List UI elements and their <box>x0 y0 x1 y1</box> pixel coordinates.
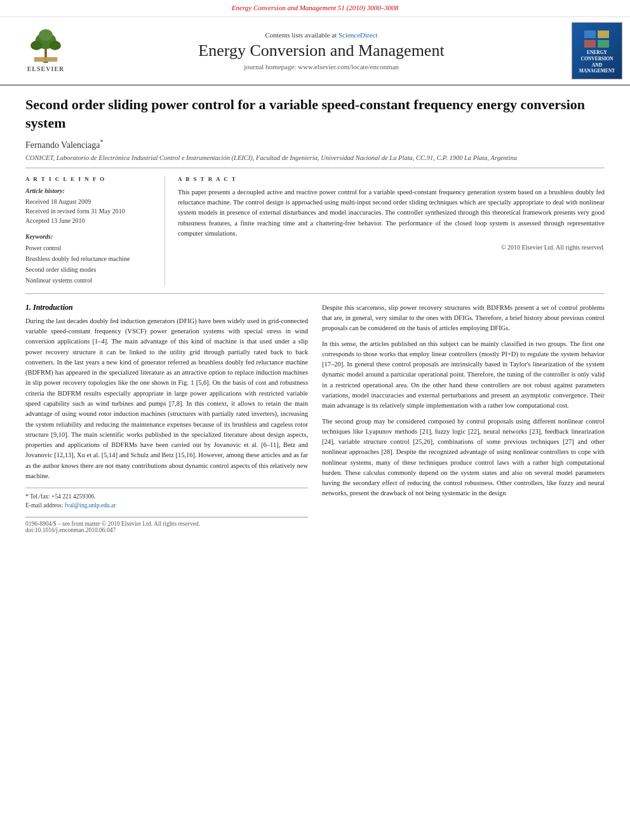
energy-conversion-logo: ENERGYConversionandManagement <box>572 22 622 79</box>
footnote-tel: * Tel./fax: +54 221 4259306. <box>25 492 308 501</box>
elsevier-logo: ELSEVIER <box>20 29 71 72</box>
energy-logo-icon <box>581 27 613 50</box>
footer-doi: doi:10.1016/j.enconman.2010.06.047 <box>25 527 308 533</box>
svg-rect-10 <box>598 30 609 38</box>
journal-reference: Energy Conversion and Management 51 (201… <box>0 4 630 11</box>
article-info-col: A R T I C L E I N F O Article history: R… <box>25 176 165 286</box>
svg-rect-9 <box>584 30 596 38</box>
keyword-3: Second order sliding modes <box>25 264 154 275</box>
footer-bar: 0196-8904/$ – see front matter © 2010 El… <box>25 517 308 533</box>
article-title: Second order sliding power control for a… <box>25 96 605 132</box>
abstract-col: A B S T R A C T This paper presents a de… <box>178 176 605 286</box>
section1-para2: Despite this scarceness, slip power reco… <box>322 303 605 334</box>
footnote-area: * Tel./fax: +54 221 4259306. E-mail addr… <box>25 488 308 510</box>
section1-para1: During the last decades doubly fed induc… <box>25 316 308 481</box>
elsevier-label: ELSEVIER <box>27 65 65 72</box>
section1-para4: The second group may be considered compo… <box>322 417 605 499</box>
keyword-4: Nonlinear systems control <box>25 275 154 286</box>
body-left-col: 1. Introduction During the last decades … <box>25 303 308 533</box>
sciencedirect-anchor[interactable]: ScienceDirect <box>338 31 378 39</box>
keyword-1: Power control <box>25 243 154 253</box>
journal-title-area: Contents lists available at ScienceDirec… <box>84 31 559 70</box>
article-info-header: A R T I C L E I N F O <box>25 176 154 182</box>
abstract-text: This paper presents a decoupled active a… <box>178 187 605 239</box>
energy-logo-area: ENERGYConversionandManagement <box>559 22 622 79</box>
svg-point-4 <box>50 41 61 50</box>
received-date: Received 18 August 2009 <box>25 197 154 206</box>
journal-homepage: journal homepage: www.elsevier.com/locat… <box>90 63 553 70</box>
section1-title: 1. Introduction <box>25 303 308 312</box>
body-right-col: Despite this scarceness, slip power reco… <box>322 303 605 533</box>
top-banner: Energy Conversion and Management 51 (201… <box>0 0 630 17</box>
journal-header: ELSEVIER Contents lists available at Sci… <box>0 17 630 86</box>
copyright: © 2010 Elsevier Ltd. All rights reserved… <box>178 244 605 251</box>
academic-paper-page: Energy Conversion and Management 51 (201… <box>0 0 630 840</box>
author-name: Fernando Valenciaga* <box>25 138 605 150</box>
svg-point-5 <box>39 29 53 41</box>
footnote-email: E-mail address: fval@ing.unlp.edu.ar <box>25 501 308 510</box>
accepted-date: Accepted 13 June 2010 <box>25 216 154 225</box>
journal-title: Energy Conversion and Management <box>90 41 553 60</box>
article-history-label: Article history: <box>25 187 154 194</box>
svg-point-3 <box>30 41 42 50</box>
keywords-section: Keywords: Power control Brushless doubly… <box>25 233 154 286</box>
affiliation: CONICET, Laboratorio de Electrónica Indu… <box>25 154 605 168</box>
energy-logo-text: ENERGYConversionandManagement <box>579 50 615 74</box>
body-content: 1. Introduction During the last decades … <box>25 303 605 533</box>
elsevier-tree-icon <box>20 29 71 64</box>
article-info-abstract: A R T I C L E I N F O Article history: R… <box>25 176 605 294</box>
main-content: Second order sliding power control for a… <box>0 86 630 543</box>
svg-rect-11 <box>584 40 596 48</box>
email-link[interactable]: fval@ing.unlp.edu.ar <box>65 502 116 509</box>
svg-rect-12 <box>598 40 609 48</box>
keyword-2: Brushless doubly fed reluctance machine <box>25 253 154 264</box>
received-revised-date: Received in revised form 31 May 2010 <box>25 206 154 216</box>
keywords-label: Keywords: <box>25 233 154 240</box>
sciencedirect-link: Contents lists available at ScienceDirec… <box>90 31 553 39</box>
footer-issn: 0196-8904/$ – see front matter © 2010 El… <box>25 521 308 527</box>
section1-para3: In this sense, the articles published on… <box>322 339 605 411</box>
abstract-header: A B S T R A C T <box>178 176 605 182</box>
elsevier-logo-area: ELSEVIER <box>8 29 84 72</box>
